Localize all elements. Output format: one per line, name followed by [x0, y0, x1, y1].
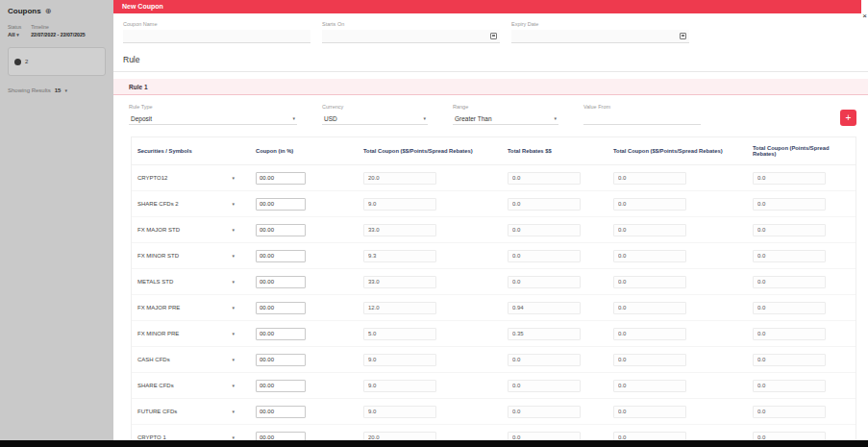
total-coupon-3-input[interactable] [753, 328, 826, 340]
symbol-select[interactable]: FX MINOR STD▾ [137, 253, 244, 259]
range-select[interactable]: Greater Than▾ [453, 112, 558, 125]
rule-type-label: Rule Type [129, 104, 297, 110]
coupon-form: Coupon Name Starts On Expiry Date [113, 13, 868, 47]
rule1-header: Rule 1 [113, 79, 868, 95]
symbol-select[interactable]: FX MAJOR STD▾ [137, 227, 244, 233]
modal-title: New Coupon [122, 3, 163, 10]
total-rebates-input[interactable] [508, 198, 581, 211]
total-coupon-2-input[interactable] [613, 328, 686, 340]
total-coupon-2-input[interactable] [613, 354, 686, 366]
total-coupon-2-input[interactable] [613, 224, 686, 236]
total-rebates-input[interactable] [508, 172, 581, 185]
expiry-date-input[interactable] [511, 30, 689, 43]
coupon-percent-input[interactable] [256, 302, 306, 314]
total-coupon-1-input[interactable] [363, 328, 436, 340]
total-rebates-input[interactable] [508, 302, 581, 314]
coupon-percent-input[interactable] [256, 250, 306, 262]
currency-select[interactable]: USD▾ [322, 112, 428, 125]
rule-type-field: Rule Type Deposit▾ [129, 104, 297, 125]
total-coupon-2-input[interactable] [613, 406, 686, 418]
table-row: FUTURE CFDs▾ [132, 399, 856, 425]
table-body: CRYPTO12▾ SHARE CFDs 2▾ FX MAJOR STD▾ FX… [132, 165, 856, 447]
total-coupon-3-input[interactable] [753, 302, 826, 314]
coupon-name-input[interactable] [123, 30, 310, 43]
calendar-icon[interactable] [490, 33, 497, 39]
expiry-date-field: Expiry Date [511, 21, 689, 43]
table-row: SHARE CFDs 2▾ [132, 191, 856, 217]
value-from-input[interactable] [583, 112, 701, 125]
coupons-sidebar: Coupons ⊕ Status All ▾ Timeline 22/07/20… [0, 0, 113, 447]
bottom-bar [0, 440, 868, 447]
total-coupon-1-input[interactable] [363, 406, 436, 418]
starts-on-label: Starts On [322, 21, 500, 27]
close-icon[interactable]: × [862, 12, 867, 20]
total-coupon-1-input[interactable] [363, 380, 436, 392]
range-field: Range Greater Than▾ [453, 104, 558, 125]
table-row: FX MINOR STD▾ [132, 243, 856, 269]
column-header: Total Coupon ($$/Points/Spread Rebates) [358, 140, 502, 161]
total-coupon-2-input[interactable] [613, 302, 686, 314]
symbol-select[interactable]: CRYPTO12▾ [137, 175, 244, 181]
coupon-percent-input[interactable] [256, 198, 306, 211]
table-row: METALS STD▾ [132, 269, 856, 295]
total-coupon-2-input[interactable] [613, 380, 686, 392]
total-coupon-3-input[interactable] [753, 250, 826, 262]
rule-type-select[interactable]: Deposit▾ [129, 112, 297, 125]
total-coupon-3-input[interactable] [753, 172, 826, 185]
total-coupon-3-input[interactable] [753, 380, 826, 392]
coupon-percent-input[interactable] [256, 224, 306, 236]
expiry-date-label: Expiry Date [511, 21, 689, 27]
total-rebates-input[interactable] [508, 328, 581, 340]
table-row: FX MAJOR STD▾ [132, 217, 856, 243]
chevron-down-icon: ▾ [232, 279, 235, 285]
symbol-select[interactable]: SHARE CFDs 2▾ [137, 201, 244, 207]
coupon-percent-input[interactable] [256, 380, 306, 392]
column-header: Coupon (in %) [250, 140, 358, 161]
total-rebates-input[interactable] [508, 354, 581, 366]
total-coupon-2-input[interactable] [613, 276, 686, 288]
total-coupon-3-input[interactable] [753, 276, 826, 288]
total-rebates-input[interactable] [508, 224, 581, 236]
total-coupon-1-input[interactable] [363, 354, 436, 366]
symbol-select[interactable]: SHARE CFDs▾ [137, 383, 244, 388]
total-coupon-2-input[interactable] [613, 250, 686, 262]
table-row: CRYPTO12▾ [132, 165, 856, 191]
coupon-percent-input[interactable] [256, 328, 306, 340]
symbol-select[interactable]: CASH CFDs▾ [137, 357, 244, 362]
coupon-percent-input[interactable] [256, 354, 306, 366]
rule1-config: Rule Type Deposit▾ Currency USD▾ Range G… [113, 95, 868, 135]
total-rebates-input[interactable] [508, 380, 581, 392]
add-rule-button[interactable]: + [840, 110, 856, 126]
total-coupon-3-input[interactable] [753, 224, 826, 236]
symbol-select[interactable]: FX MAJOR PRE▾ [137, 305, 244, 310]
rule-section-title: Rule [113, 47, 868, 72]
total-coupon-2-input[interactable] [613, 172, 686, 185]
total-rebates-input[interactable] [508, 276, 581, 288]
total-rebates-input[interactable] [508, 406, 581, 418]
column-header: Total Coupon (Points/Spread Rebates) [747, 137, 856, 164]
total-coupon-3-input[interactable] [753, 406, 826, 418]
total-rebates-input[interactable] [508, 250, 581, 262]
symbol-select[interactable]: FUTURE CFDs▾ [137, 409, 244, 414]
coupon-percent-input[interactable] [256, 406, 306, 418]
chevron-down-icon: ▾ [232, 409, 235, 414]
total-coupon-1-input[interactable] [363, 224, 436, 236]
symbol-select[interactable]: METALS STD▾ [137, 279, 244, 285]
column-header: Securities / Symbols [132, 140, 250, 161]
column-header: Total Rebates $$ [502, 140, 608, 161]
total-coupon-3-input[interactable] [753, 354, 826, 366]
total-coupon-1-input[interactable] [363, 276, 436, 288]
total-coupon-2-input[interactable] [613, 198, 686, 211]
total-coupon-3-input[interactable] [753, 198, 826, 211]
starts-on-input[interactable] [322, 30, 500, 43]
total-coupon-1-input[interactable] [363, 198, 436, 211]
calendar-icon[interactable] [680, 33, 686, 39]
total-coupon-1-input[interactable] [363, 302, 436, 314]
chevron-down-icon: ▾ [232, 383, 235, 388]
total-coupon-1-input[interactable] [363, 172, 436, 185]
coupon-percent-input[interactable] [256, 276, 306, 288]
coupon-percent-input[interactable] [256, 172, 306, 185]
symbol-select[interactable]: FX MINOR PRE▾ [137, 331, 244, 336]
column-header: Total Coupon ($$/Points/Spread Rebates) [608, 140, 747, 161]
total-coupon-1-input[interactable] [363, 250, 436, 262]
